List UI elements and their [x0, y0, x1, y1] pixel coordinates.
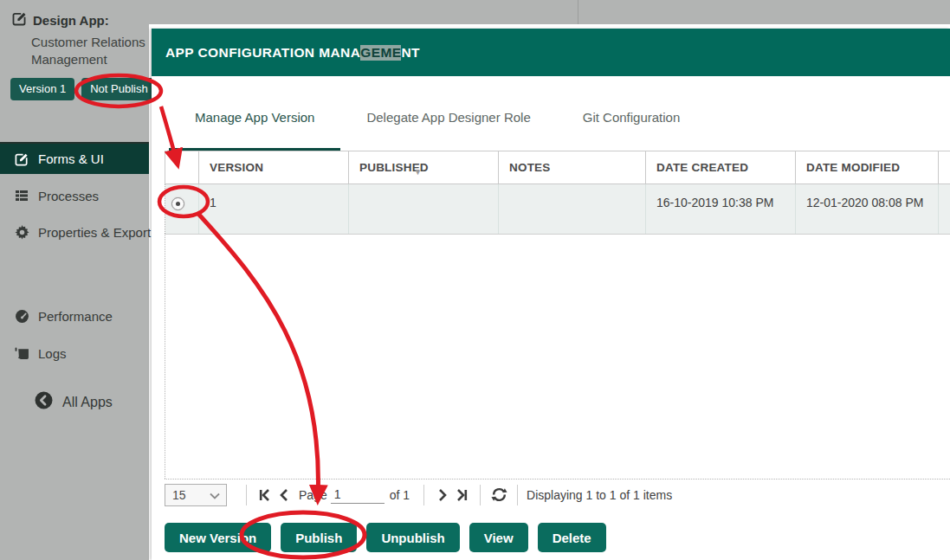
- chevron-down-icon: [210, 488, 220, 502]
- sidebar-nav: Forms & UI Processes Properties & Export…: [0, 142, 149, 368]
- column-header-version[interactable]: VERSION: [199, 151, 349, 184]
- app-configuration-dialog: APP CONFIGURATION MANAGEMENT Manage App …: [152, 29, 950, 560]
- page-label: Page: [299, 488, 327, 502]
- tab-manage-app-version[interactable]: Manage App Version: [169, 76, 340, 151]
- column-header-notes[interactable]: NOTES: [499, 151, 646, 184]
- version-badge: Version 1: [10, 78, 74, 100]
- dialog-title-text: APP CONFIGURATION MANA: [165, 45, 360, 61]
- sidebar-item-label: Properties & Export: [38, 225, 151, 240]
- pencil-square-icon: [14, 152, 29, 166]
- column-header-published[interactable]: PUBLISHED: [349, 151, 499, 184]
- sidebar-item-all-apps[interactable]: All Apps: [35, 391, 113, 413]
- unpublish-button[interactable]: Unpublish: [366, 523, 459, 552]
- delete-button[interactable]: Delete: [538, 523, 606, 552]
- dialog-title-text: NT: [401, 45, 419, 61]
- list-icon: [14, 189, 29, 203]
- sidebar-item-properties-export[interactable]: Properties & Export: [0, 217, 149, 247]
- sidebar-item-logs[interactable]: Logs: [0, 338, 149, 368]
- sidebar-item-label: Processes: [38, 189, 99, 203]
- dialog-title: APP CONFIGURATION MANAGEMENT: [152, 29, 950, 76]
- design-app-header: Design App:: [12, 11, 109, 29]
- pagination-status: Displaying 1 to 1 of 1 items: [527, 488, 672, 502]
- next-page-icon[interactable]: [433, 485, 452, 505]
- logs-icon: [14, 346, 29, 361]
- tab-bar: Manage App Version Delegate App Designer…: [169, 76, 950, 151]
- divider: [423, 485, 424, 505]
- all-apps-label: All Apps: [62, 395, 113, 410]
- page-number-input[interactable]: [331, 486, 385, 504]
- page-size-select[interactable]: 15: [165, 484, 227, 506]
- page-size-value: 15: [172, 488, 186, 502]
- date-modified-cell: 12-01-2020 08:08 PM: [796, 184, 939, 235]
- row-radio-button[interactable]: [171, 197, 184, 210]
- column-header-date-created[interactable]: DATE CREATED: [646, 151, 796, 184]
- page-count-label: of 1: [390, 488, 410, 502]
- refresh-icon[interactable]: [489, 485, 508, 505]
- sidebar: Design App: Customer Relations Managemen…: [0, 0, 149, 560]
- version-cell: 1: [199, 184, 349, 235]
- sort-indicator-icon[interactable]: ▼: [414, 168, 422, 177]
- divider: [517, 485, 518, 505]
- sidebar-item-label: Logs: [38, 346, 67, 361]
- page: Design App: Customer Relations Managemen…: [0, 0, 950, 560]
- divider: [480, 485, 481, 505]
- back-circle-icon: [35, 391, 53, 413]
- first-page-icon[interactable]: [255, 485, 275, 505]
- version-table: VERSION PUBLISHED NOTES DATE CREATED DAT…: [165, 151, 950, 235]
- date-created-cell: 16-10-2019 10:38 PM: [646, 184, 796, 235]
- new-version-button[interactable]: New Version: [165, 523, 271, 552]
- notes-cell: [499, 184, 646, 235]
- tab-git-configuration[interactable]: Git Configuration: [557, 76, 707, 151]
- extra-cell: [939, 184, 950, 235]
- app-name: Customer Relations Management: [31, 34, 152, 68]
- dialog-title-selected-text: GEME: [360, 45, 401, 61]
- divider: [246, 485, 247, 505]
- action-buttons: New Version Publish Unpublish View Delet…: [165, 523, 606, 552]
- column-header-select: [165, 151, 199, 184]
- column-header-extra: [939, 151, 950, 184]
- tab-delegate-app-designer-role[interactable]: Delegate App Designer Role: [340, 76, 556, 151]
- table-header-row: VERSION PUBLISHED NOTES DATE CREATED DAT…: [165, 151, 950, 184]
- gear-icon: [14, 225, 29, 240]
- row-select-cell: [165, 184, 199, 235]
- sidebar-item-label: Performance: [38, 309, 113, 324]
- prev-page-icon[interactable]: [275, 485, 294, 505]
- published-cell: [349, 184, 499, 235]
- published-status-badge: Not Publish: [81, 78, 156, 100]
- pagination-bar: 15 Page of 1: [165, 479, 950, 507]
- view-button[interactable]: View: [469, 523, 528, 552]
- sidebar-item-label: Forms & UI: [38, 151, 104, 166]
- sidebar-item-forms-ui[interactable]: Forms & UI: [0, 142, 149, 174]
- publish-button[interactable]: Publish: [281, 523, 357, 552]
- tachometer-icon: [14, 309, 29, 324]
- pencil-square-icon: [12, 11, 27, 29]
- sidebar-item-processes[interactable]: Processes: [0, 181, 149, 210]
- sidebar-item-performance[interactable]: Performance: [0, 301, 149, 331]
- design-app-label: Design App:: [33, 13, 109, 28]
- top-bar-divider: [578, 0, 578, 24]
- column-header-date-modified[interactable]: DATE MODIFIED: [796, 151, 939, 184]
- table-empty-area: [165, 234, 950, 479]
- last-page-icon[interactable]: [452, 485, 471, 505]
- table-row[interactable]: 1 16-10-2019 10:38 PM 12-01-2020 08:08 P…: [165, 184, 950, 235]
